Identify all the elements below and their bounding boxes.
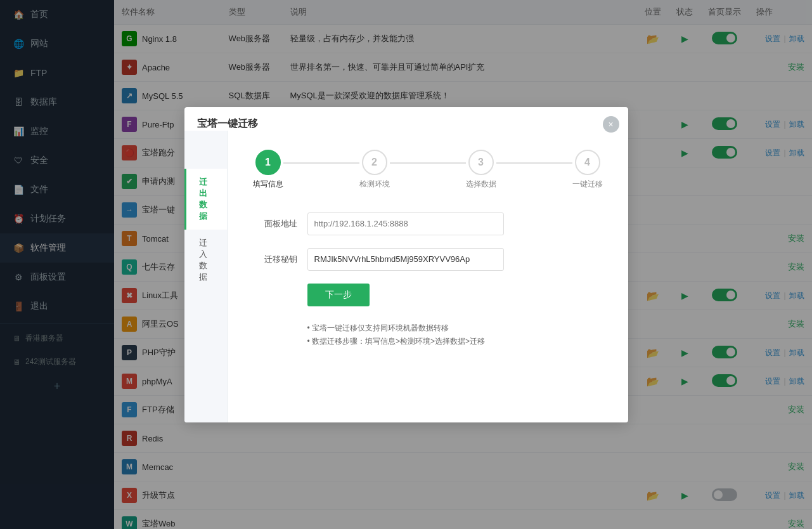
modal-sidebar: 迁出数据 迁入数据 bbox=[184, 131, 228, 422]
step-3: 3 选择数据 bbox=[466, 150, 496, 190]
modal-close-button[interactable]: × bbox=[603, 116, 619, 133]
step-3-label: 选择数据 bbox=[466, 179, 496, 190]
modal-overlay[interactable]: 宝塔一键迁移 × 迁出数据 迁入数据 1 bbox=[0, 0, 812, 529]
migrate-key-label: 迁移秘钥 bbox=[253, 254, 297, 265]
modal-body: 迁出数据 迁入数据 1 填写信息 bbox=[184, 131, 628, 422]
step-2-label: 检测环境 bbox=[359, 179, 390, 190]
tip-2: 数据迁移步骤：填写信息>检测环境>选择数据>迁移 bbox=[307, 335, 603, 349]
step-1-circle: 1 bbox=[255, 150, 281, 175]
step-line-1 bbox=[283, 162, 359, 164]
migration-modal: 宝塔一键迁移 × 迁出数据 迁入数据 1 bbox=[184, 107, 628, 422]
next-step-button[interactable]: 下一步 bbox=[307, 284, 370, 306]
step-1: 1 填写信息 bbox=[253, 150, 283, 190]
step-1-label: 填写信息 bbox=[253, 179, 283, 190]
step-4-label: 一键迁移 bbox=[572, 179, 603, 190]
migrate-key-input[interactable] bbox=[307, 248, 504, 271]
close-icon: × bbox=[608, 119, 613, 129]
panel-address-label: 面板地址 bbox=[253, 218, 297, 230]
step-2-circle: 2 bbox=[362, 150, 387, 175]
tip-1: 宝塔一键迁移仅支持同环境机器数据转移 bbox=[307, 322, 603, 336]
step-line-3 bbox=[496, 162, 572, 164]
modal-title: 宝塔一键迁移 bbox=[197, 117, 258, 131]
tips-section: 宝塔一键迁移仅支持同环境机器数据转移 数据迁移步骤：填写信息>检测环境>选择数据… bbox=[307, 322, 603, 349]
step-3-circle: 3 bbox=[468, 150, 494, 175]
step-2: 2 检测环境 bbox=[359, 150, 390, 190]
panel-address-input[interactable] bbox=[307, 212, 504, 235]
panel-address-group: 面板地址 bbox=[253, 212, 603, 235]
step-4: 4 一键迁移 bbox=[572, 150, 603, 190]
modal-main: 1 填写信息 2 检测环境 3 bbox=[228, 131, 628, 422]
migrate-key-group: 迁移秘钥 bbox=[253, 248, 603, 271]
modal-header: 宝塔一键迁移 bbox=[184, 107, 628, 131]
step-4-circle: 4 bbox=[575, 150, 600, 175]
step-line-2 bbox=[390, 162, 466, 164]
modal-sidebar-export-label: 迁出数据 bbox=[199, 177, 207, 221]
steps-container: 1 填写信息 2 检测环境 3 bbox=[253, 150, 603, 190]
modal-sidebar-import-label: 迁入数据 bbox=[199, 238, 207, 282]
modal-sidebar-import[interactable]: 迁入数据 bbox=[184, 230, 227, 291]
modal-sidebar-export[interactable]: 迁出数据 bbox=[184, 169, 227, 230]
